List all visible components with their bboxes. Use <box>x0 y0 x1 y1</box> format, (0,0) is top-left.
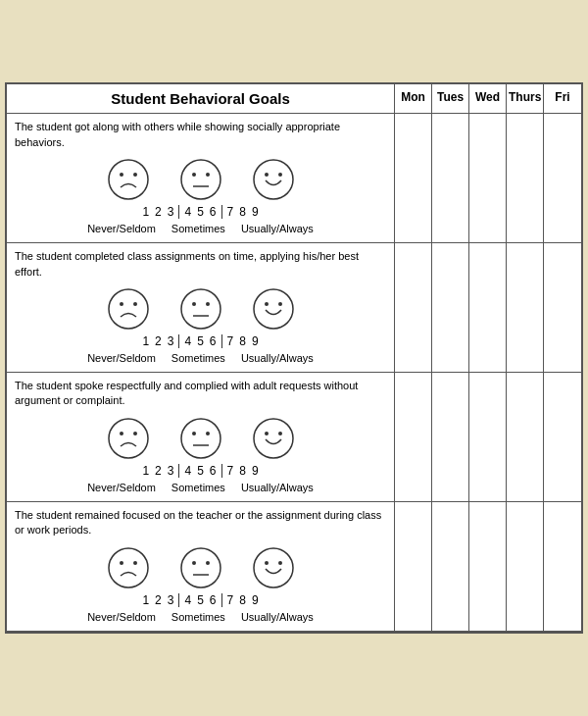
scale-number: 4 <box>181 205 194 219</box>
scale-number: 5 <box>194 593 207 607</box>
svg-point-14 <box>192 302 196 306</box>
day-header-thurs: Thurs <box>507 84 544 113</box>
scale-label: Usually/Always <box>241 482 314 493</box>
scale-number: 8 <box>236 334 249 348</box>
scale-number: 7 <box>224 593 237 607</box>
svg-point-0 <box>109 160 148 199</box>
svg-point-25 <box>206 432 210 435</box>
goal-3-day-wed[interactable] <box>469 373 507 501</box>
svg-point-30 <box>109 548 148 588</box>
faces-row-4 <box>15 546 386 589</box>
faces-row-3 <box>15 417 386 460</box>
page-title: Student Behavioral Goals <box>7 84 395 113</box>
goal-3-day-mon[interactable] <box>395 373 432 501</box>
svg-point-18 <box>265 302 269 306</box>
scale-divider <box>221 205 222 219</box>
goal-content-1: The student got along with others while … <box>7 114 395 242</box>
scale-label: Never/Seldom <box>87 352 156 364</box>
scale-number: 6 <box>207 205 220 219</box>
svg-point-24 <box>192 432 196 435</box>
scale-number: 4 <box>181 593 194 607</box>
goal-4-day-thurs[interactable] <box>507 502 544 631</box>
svg-point-12 <box>133 302 137 306</box>
labels-row-3: Never/SeldomSometimesUsually/Always <box>15 482 386 493</box>
goal-1-day-mon[interactable] <box>395 114 432 242</box>
svg-point-1 <box>120 173 123 177</box>
scale-number: 5 <box>194 334 207 348</box>
goal-4-day-wed[interactable] <box>469 502 507 631</box>
svg-point-17 <box>254 289 293 329</box>
scale-number: 9 <box>249 464 262 478</box>
goal-text-1: The student got along with others while … <box>15 120 386 150</box>
goal-content-4: The student remained focused on the teac… <box>7 502 395 631</box>
scale-number: 6 <box>207 334 220 348</box>
goal-3-day-tues[interactable] <box>432 373 469 501</box>
scale-divider <box>178 593 179 607</box>
scale-number: 5 <box>194 464 207 478</box>
svg-point-7 <box>254 160 293 199</box>
scale-row-2: 123456789 <box>15 334 386 348</box>
svg-point-11 <box>120 302 123 306</box>
goal-2-day-tues[interactable] <box>432 243 469 372</box>
svg-point-21 <box>120 432 123 435</box>
scale-label: Usually/Always <box>241 611 314 623</box>
scale-label: Usually/Always <box>241 223 314 234</box>
goal-3-day-thurs[interactable] <box>507 373 544 501</box>
svg-point-39 <box>278 561 282 565</box>
scale-number: 7 <box>224 205 237 219</box>
scale-divider <box>178 205 179 219</box>
goal-1-day-fri[interactable] <box>544 114 581 242</box>
goal-1-day-wed[interactable] <box>469 114 507 242</box>
scale-number: 2 <box>152 205 165 219</box>
svg-point-5 <box>206 173 210 177</box>
faces-row-1 <box>15 158 386 201</box>
scale-number: 7 <box>224 464 237 478</box>
scale-number: 2 <box>152 464 165 478</box>
scale-number: 8 <box>236 593 249 607</box>
svg-point-37 <box>254 548 293 588</box>
day-header-fri: Fri <box>544 84 581 113</box>
scale-divider <box>178 334 179 348</box>
scale-label: Usually/Always <box>241 352 314 364</box>
faces-row-2 <box>15 287 386 331</box>
scale-number: 1 <box>139 205 152 219</box>
svg-point-34 <box>192 561 196 565</box>
scale-number: 8 <box>236 205 249 219</box>
goal-row-1: The student got along with others while … <box>7 114 581 243</box>
goal-2-day-thurs[interactable] <box>507 243 544 372</box>
page: Student Behavioral Goals Mon Tues Wed Th… <box>5 82 583 633</box>
scale-number: 9 <box>249 593 262 607</box>
goal-1-day-thurs[interactable] <box>507 114 544 242</box>
labels-row-2: Never/SeldomSometimesUsually/Always <box>15 352 386 364</box>
goal-content-2: The student completed class assignments … <box>7 243 395 372</box>
svg-point-4 <box>192 173 196 177</box>
svg-point-32 <box>133 561 137 565</box>
goal-2-day-wed[interactable] <box>469 243 507 372</box>
goal-4-day-mon[interactable] <box>395 502 432 631</box>
svg-point-8 <box>265 173 269 177</box>
svg-point-20 <box>109 419 148 458</box>
goal-2-day-fri[interactable] <box>544 243 581 372</box>
scale-row-1: 123456789 <box>15 205 386 219</box>
goal-3-day-fri[interactable] <box>544 373 581 501</box>
svg-point-31 <box>120 561 123 565</box>
scale-number: 2 <box>152 593 165 607</box>
scale-label: Never/Seldom <box>87 482 156 493</box>
scale-number: 8 <box>236 464 249 478</box>
goal-4-day-tues[interactable] <box>432 502 469 631</box>
goal-4-day-fri[interactable] <box>544 502 581 631</box>
labels-row-1: Never/SeldomSometimesUsually/Always <box>15 223 386 234</box>
scale-label: Sometimes <box>172 352 225 364</box>
goal-row-3: The student spoke respectfully and compl… <box>7 373 581 502</box>
scale-label: Sometimes <box>172 611 225 623</box>
day-header-mon: Mon <box>395 84 432 113</box>
scale-row-3: 123456789 <box>15 464 386 478</box>
scale-divider <box>221 464 222 478</box>
svg-point-19 <box>278 302 282 306</box>
header-row: Student Behavioral Goals Mon Tues Wed Th… <box>7 84 581 114</box>
svg-point-2 <box>133 173 137 177</box>
day-header-tues: Tues <box>432 84 469 113</box>
goal-2-day-mon[interactable] <box>395 243 432 372</box>
goal-1-day-tues[interactable] <box>432 114 469 242</box>
scale-number: 1 <box>139 593 152 607</box>
